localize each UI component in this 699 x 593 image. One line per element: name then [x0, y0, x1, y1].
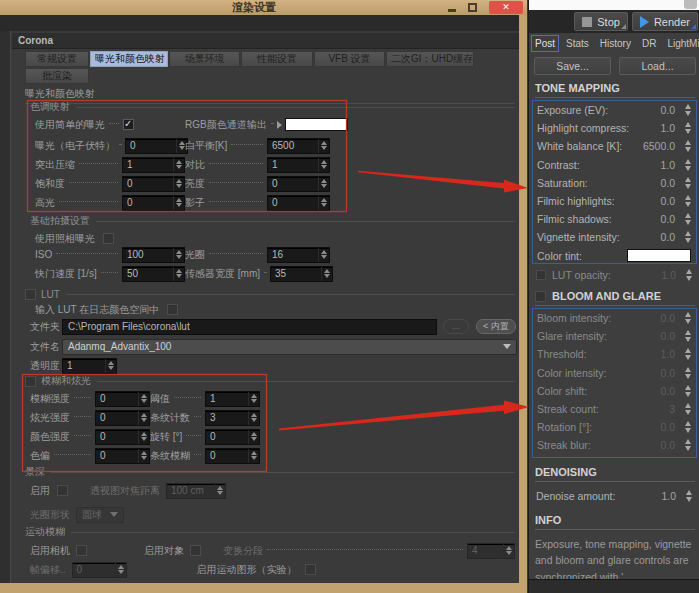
spin-up-icon[interactable] — [321, 198, 327, 202]
minimize-icon[interactable] — [448, 4, 456, 12]
spin-down-icon[interactable] — [251, 437, 257, 441]
vfb-tab-history[interactable]: History — [596, 35, 635, 52]
vfb-top-tab[interactable] — [684, 0, 697, 9]
value-field[interactable]: 1 — [267, 157, 330, 173]
dof-enable-checkbox[interactable] — [57, 485, 68, 496]
rgb-output-color-swatch[interactable] — [285, 118, 348, 131]
spin-up-icon[interactable] — [685, 312, 691, 317]
tab-7[interactable]: 批渲染 — [25, 68, 89, 84]
value-field[interactable]: 1 — [62, 358, 117, 374]
spinner-arrows[interactable] — [683, 140, 693, 152]
spin-down-icon[interactable] — [321, 255, 327, 259]
spin-down-icon[interactable] — [217, 491, 223, 495]
window-titlebar[interactable]: 渲染设置 ✕ — [0, 0, 527, 15]
spin-up-icon[interactable] — [685, 385, 691, 390]
vfb-tab-stats[interactable]: Stats — [562, 35, 593, 52]
value-field[interactable]: 6500 — [267, 138, 330, 154]
spin-up-icon[interactable] — [685, 403, 691, 408]
spin-down-icon[interactable] — [321, 165, 327, 169]
spin-down-icon[interactable] — [685, 147, 691, 152]
spin-up-icon[interactable] — [176, 179, 182, 183]
spinner-arrows[interactable] — [683, 231, 693, 243]
spin-up-icon[interactable] — [251, 432, 257, 436]
spin-down-icon[interactable] — [176, 255, 182, 259]
spinner-arrows[interactable] — [683, 104, 693, 116]
vfb-tab-post[interactable]: Post — [531, 35, 559, 52]
spinner-arrows[interactable] — [318, 158, 329, 172]
spinner-arrows[interactable] — [248, 411, 259, 425]
spinner-arrows[interactable] — [683, 177, 693, 189]
expand-arrow-icon[interactable] — [277, 121, 282, 129]
spin-up-icon[interactable] — [141, 451, 147, 455]
spinner-arrows[interactable] — [321, 267, 332, 281]
value-field[interactable]: 1 — [122, 157, 185, 173]
spin-down-icon[interactable] — [321, 146, 327, 150]
builtin-button[interactable]: < 内置 — [476, 319, 516, 334]
spin-up-icon[interactable] — [321, 179, 327, 183]
lut-log-space-checkbox[interactable] — [167, 304, 178, 315]
spinner-arrows[interactable] — [683, 385, 693, 397]
value-field[interactable]: 16 — [267, 247, 330, 263]
spin-up-icon[interactable] — [685, 330, 691, 335]
save-button[interactable]: Save... — [534, 57, 611, 75]
spin-down-icon[interactable] — [685, 392, 691, 397]
spin-down-icon[interactable] — [685, 355, 691, 360]
spin-down-icon[interactable] — [141, 437, 147, 441]
spinner-arrows[interactable] — [683, 421, 693, 433]
value-field[interactable]: 1 — [205, 391, 260, 407]
spin-up-icon[interactable] — [685, 231, 691, 236]
spin-up-icon[interactable] — [321, 160, 327, 164]
spin-up-icon[interactable] — [685, 122, 691, 127]
spin-down-icon[interactable] — [251, 399, 257, 403]
value-field[interactable]: 0 — [95, 448, 150, 464]
spin-up-icon[interactable] — [685, 213, 691, 218]
value-field[interactable]: 0 — [267, 176, 330, 192]
spinner-arrows[interactable] — [138, 411, 149, 425]
tab-1[interactable]: 常规设置 — [25, 51, 89, 67]
lut-group-checkbox[interactable] — [25, 289, 36, 300]
lut-folder-input[interactable]: C:\Program Files\corona\lut — [62, 319, 437, 335]
spin-down-icon[interactable] — [176, 203, 182, 207]
tab-5[interactable]: VFB 设置 — [314, 51, 385, 67]
spin-up-icon[interactable] — [685, 195, 691, 200]
vfb-tab-dr[interactable]: DR — [638, 35, 660, 52]
value-field[interactable]: 3 — [205, 410, 260, 426]
spin-down-icon[interactable] — [251, 418, 257, 422]
spinner-arrows[interactable] — [248, 392, 259, 406]
dof-aperture-dropdown[interactable]: 圆球 — [76, 507, 124, 523]
spinner-arrows[interactable] — [173, 177, 184, 191]
spin-up-icon[interactable] — [685, 104, 691, 109]
value-field[interactable]: 0 — [95, 410, 150, 426]
value-field[interactable]: 0 — [205, 448, 260, 464]
spinner-arrows[interactable] — [318, 139, 329, 153]
motion-object-checkbox[interactable] — [190, 545, 201, 556]
lut-opacity-checkbox[interactable] — [536, 270, 546, 280]
spinner-arrows[interactable] — [248, 449, 259, 463]
spinner-arrows[interactable] — [115, 563, 126, 577]
spinner-arrows[interactable] — [683, 159, 693, 171]
spin-down-icon[interactable] — [685, 238, 691, 243]
spinner-arrows[interactable] — [683, 403, 693, 415]
spinner-arrows[interactable] — [138, 392, 149, 406]
spinner-arrows[interactable] — [173, 158, 184, 172]
spin-down-icon[interactable] — [108, 366, 114, 370]
spin-down-icon[interactable] — [118, 570, 124, 574]
spinner-arrows[interactable] — [684, 269, 694, 281]
spin-up-icon[interactable] — [321, 141, 327, 145]
spin-up-icon[interactable] — [176, 198, 182, 202]
value-field[interactable]: 0 — [95, 391, 150, 407]
spin-up-icon[interactable] — [217, 486, 223, 490]
spin-down-icon[interactable] — [685, 202, 691, 207]
spin-down-icon[interactable] — [685, 374, 691, 379]
spinner-arrows[interactable] — [684, 490, 694, 502]
spin-up-icon[interactable] — [141, 432, 147, 436]
spinner-arrows[interactable] — [138, 430, 149, 444]
spin-down-icon[interactable] — [685, 428, 691, 433]
spinner-arrows[interactable] — [683, 195, 693, 207]
value-field[interactable]: 35 — [270, 266, 333, 282]
blur-glare-checkbox[interactable] — [25, 376, 36, 387]
spinner-arrows[interactable] — [105, 359, 116, 373]
spin-down-icon[interactable] — [685, 446, 691, 451]
spinner-arrows[interactable] — [318, 177, 329, 191]
spin-down-icon[interactable] — [685, 220, 691, 225]
